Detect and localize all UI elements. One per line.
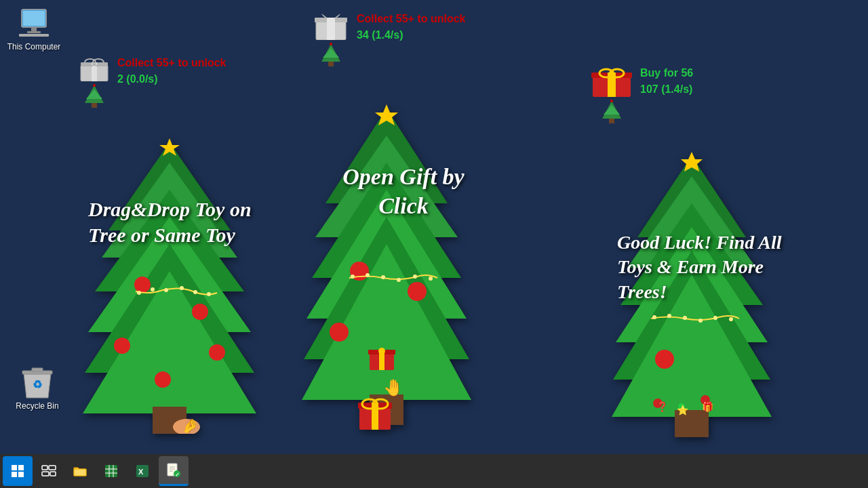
svg-point-70 (397, 278, 401, 282)
svg-point-50 (164, 288, 168, 292)
svg-point-97 (683, 316, 687, 320)
recycle-bin-label: Recycle Bin (16, 401, 58, 411)
windows-icon (11, 464, 24, 478)
svg-point-99 (713, 316, 717, 320)
recycle-bin-image: ♻ (21, 366, 54, 399)
svg-point-49 (151, 287, 155, 291)
svg-rect-109 (49, 466, 56, 470)
small-tree-icon-center (319, 43, 343, 67)
svg-point-53 (207, 292, 211, 296)
svg-point-69 (381, 275, 385, 279)
svg-rect-23 (328, 62, 334, 66)
app1-button[interactable] (96, 456, 126, 486)
computer-icon-image (18, 7, 50, 39)
app2-button[interactable]: X (127, 456, 157, 486)
svg-point-68 (366, 273, 370, 277)
svg-rect-20 (327, 18, 335, 40)
center-panel-icons (312, 10, 350, 67)
app1-icon (104, 464, 119, 479)
right-panel-text: Buy for 56 107 (1.4/s) (640, 64, 693, 96)
svg-text:❓: ❓ (656, 401, 669, 413)
center-tree-container[interactable]: 🤚 Open Gift by Click (292, 102, 481, 436)
svg-rect-107 (18, 472, 24, 477)
right-buy-text: Buy for 56 (640, 67, 693, 79)
svg-point-44 (192, 304, 208, 320)
svg-point-95 (652, 315, 656, 319)
svg-point-71 (413, 274, 417, 279)
svg-text:♻: ♻ (33, 379, 42, 390)
app3-icon: ✓ (166, 463, 181, 478)
recycle-bin-icon[interactable]: ♻ Recycle Bin (10, 366, 64, 411)
svg-rect-111 (50, 472, 56, 476)
svg-point-46 (209, 344, 225, 361)
svg-rect-110 (42, 472, 49, 476)
svg-marker-22 (323, 48, 339, 58)
svg-point-91 (655, 350, 674, 369)
svg-rect-1 (23, 11, 45, 26)
svg-rect-16 (92, 103, 97, 108)
svg-text:⭐: ⭐ (677, 405, 689, 416)
svg-point-47 (155, 371, 171, 388)
svg-text:🎁: 🎁 (702, 401, 714, 413)
svg-text:🤌: 🤌 (182, 418, 199, 434)
svg-rect-33 (609, 119, 614, 123)
left-tree-svg: 🤌 (81, 136, 258, 434)
right-tree-svg: ❓ 🎁 ⭐ (597, 149, 787, 441)
svg-point-66 (330, 323, 349, 342)
svg-rect-108 (42, 466, 47, 470)
svg-point-76 (378, 348, 385, 354)
folder-icon (73, 464, 87, 478)
svg-point-34 (610, 100, 613, 102)
left-tree-container[interactable]: 🤌 Drag&Drop Toy on Tree or Same Toy (81, 136, 258, 436)
this-computer-icon[interactable]: This Computer (7, 7, 61, 52)
svg-point-24 (330, 43, 332, 45)
small-tree-icon-right (599, 100, 624, 124)
right-info-panel: Buy for 56 107 (1.4/s) (590, 64, 693, 124)
app2-icon: X (135, 464, 150, 479)
gift-icon-right (590, 64, 633, 97)
svg-rect-3 (27, 31, 41, 33)
taskview-icon (41, 465, 56, 477)
svg-point-30 (609, 70, 614, 76)
svg-point-48 (137, 291, 141, 295)
gift-icon-left (78, 54, 111, 81)
svg-rect-113 (105, 465, 117, 477)
right-count-text: 107 (1.4/s) (640, 83, 693, 96)
right-tree-container[interactable]: ❓ 🎁 ⭐ Good Luck! Find All Toys & Earn Mo… (597, 149, 787, 443)
svg-marker-32 (604, 105, 620, 115)
svg-point-17 (93, 84, 96, 87)
svg-point-43 (134, 277, 151, 293)
svg-rect-104 (12, 465, 17, 470)
svg-text:🤚: 🤚 (383, 378, 403, 397)
svg-point-96 (667, 314, 671, 318)
svg-rect-112 (74, 469, 86, 476)
right-panel-icons (590, 64, 633, 124)
svg-rect-105 (18, 465, 24, 470)
svg-point-65 (408, 282, 427, 301)
left-unlock-text: Collect 55+ to unlock (117, 57, 226, 69)
left-panel-text: Collect 55+ to unlock 2 (0.0/s) (117, 54, 226, 85)
left-count-text: 2 (0.0/s) (117, 73, 226, 85)
svg-point-98 (698, 319, 703, 323)
task-view-button[interactable] (34, 456, 64, 486)
svg-marker-15 (86, 89, 102, 99)
svg-rect-2 (31, 27, 37, 31)
center-panel-text: Collect 55+ to unlock 34 (1.4/s) (357, 10, 465, 41)
center-unlock-text: Collect 55+ to unlock (357, 13, 465, 25)
svg-point-100 (729, 317, 733, 321)
svg-text:X: X (138, 468, 144, 476)
center-count-text: 34 (1.4/s) (357, 29, 465, 41)
svg-point-67 (351, 274, 355, 279)
this-computer-label: This Computer (7, 42, 61, 52)
start-button[interactable] (3, 456, 33, 486)
taskbar: X ✓ (0, 454, 868, 488)
svg-text:✓: ✓ (175, 472, 180, 478)
app3-button[interactable]: ✓ (159, 456, 189, 486)
svg-point-51 (180, 286, 184, 290)
svg-point-45 (114, 338, 130, 354)
left-panel-icons (78, 54, 111, 108)
file-explorer-button[interactable] (65, 456, 95, 486)
svg-rect-106 (12, 472, 17, 477)
gift-icon-center (312, 10, 350, 40)
left-info-panel: Collect 55+ to unlock 2 (0.0/s) (78, 54, 226, 108)
